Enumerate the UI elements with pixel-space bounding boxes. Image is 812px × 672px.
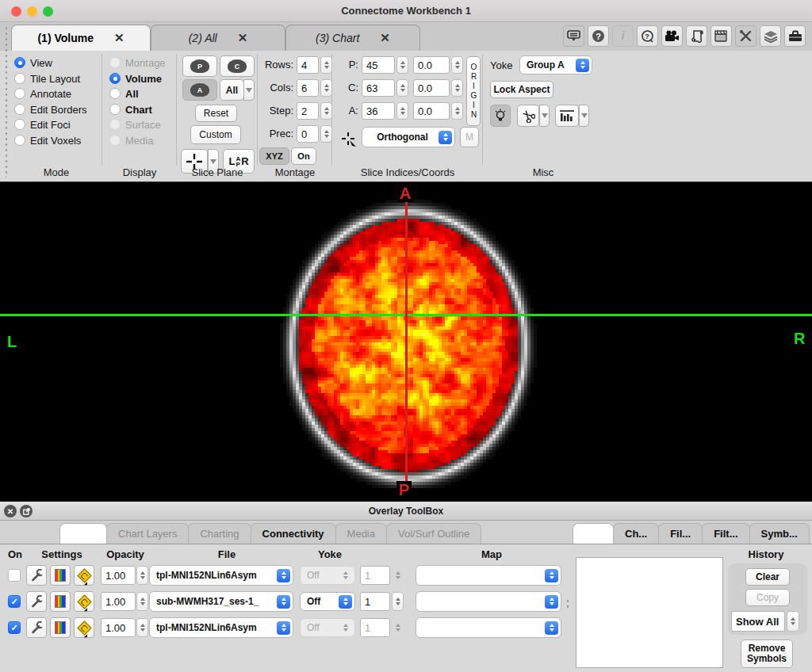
coords-p-index-stepper[interactable] [396,56,408,74]
history-show-combo[interactable]: Show All [731,611,785,632]
coords-a-coord[interactable]: 0.0 [413,102,450,120]
slice-plane-coronal-button[interactable]: C [220,55,255,77]
coords-c-index[interactable]: 63 [362,79,395,97]
layers-icon[interactable] [760,25,781,47]
identify-crosshair-button[interactable] [339,128,358,151]
montage-prec-stepper[interactable] [320,125,332,143]
projection-combo[interactable]: Orthogonal [362,127,455,147]
tab-volume[interactable]: (1) Volume ✕ [11,25,151,51]
layer-2-opacity-stepper[interactable] [136,592,148,611]
layer-2-construction-button[interactable] [74,591,94,612]
features-tab-ch[interactable]: Ch... [613,523,659,544]
annotation-icon[interactable] [563,25,584,47]
mode-edit-voxels-radio[interactable]: Edit Voxels [14,133,81,147]
toolbox-tab-chart-layers[interactable]: Chart Layers [106,523,189,544]
montage-step-value[interactable]: 2 [297,102,319,120]
layer-2-settings-button[interactable] [26,591,47,612]
layer-2-colorbar-button[interactable] [50,591,71,612]
toolbox-icon[interactable] [784,25,806,47]
m-button[interactable]: M [460,127,479,147]
slice-plane-axial-button[interactable]: A [182,79,217,101]
history-clear-button[interactable]: Clear [745,568,790,586]
montage-step-stepper[interactable] [320,102,332,120]
toolbox-tab-connectivity[interactable]: Connectivity [251,523,336,544]
toolbox-tab-volsurf-outline[interactable]: Vol/Surf Outline [386,523,481,544]
layer-3-opacity[interactable]: 1.00 [101,618,136,637]
layer-1-map-combo[interactable] [416,565,561,586]
montage-cols-stepper[interactable] [320,79,332,97]
layer-2-file-combo[interactable]: sub-MWMH317_ses-1_ [149,591,293,612]
toolbar-drag-handle[interactable] [5,25,8,178]
mode-annotate-radio[interactable]: Annotate [14,86,71,101]
coords-a-index[interactable]: 36 [362,102,395,120]
slice-plane-all-menu-button[interactable] [243,79,255,101]
coords-p-coord[interactable]: 0.0 [413,56,450,74]
layer-1-opacity-stepper[interactable] [136,566,148,585]
layer-3-opacity-stepper[interactable] [136,618,148,637]
display-chart-radio[interactable]: Chart [109,102,152,116]
identify-icon[interactable]: ? [637,25,658,47]
display-surface-radio[interactable]: Surface [109,117,161,132]
layer-2-enabled-checkbox[interactable] [8,595,21,608]
layer-3-map-index[interactable]: 1 [360,618,390,637]
remove-symbols-button[interactable]: Remove Symbols [741,640,793,668]
tab-chart[interactable]: (3) Chart ✕ [285,25,420,51]
lighting-button[interactable] [490,105,511,127]
coords-a-index-stepper[interactable] [396,102,408,120]
histogram-menu-button[interactable] [579,105,589,127]
coords-a-coord-stepper[interactable] [451,102,463,120]
montage-rows-value[interactable]: 4 [297,56,319,74]
toolbox-tab-layers[interactable] [59,523,107,544]
mode-edit-borders-radio[interactable]: Edit Borders [14,102,87,116]
layer-2-yoke-combo[interactable]: Off [300,592,355,611]
display-all-radio[interactable]: All [109,86,139,101]
layer-2-map-index[interactable]: 1 [360,592,390,611]
layer-1-file-combo[interactable]: tpl-MNI152NLin6Asym [149,565,293,586]
help-icon[interactable]: ? [588,25,609,47]
history-copy-button[interactable]: Copy [745,589,790,606]
layer-1-settings-button[interactable] [26,565,47,586]
toolbox-tab-charting[interactable]: Charting [188,523,251,544]
layer-3-enabled-checkbox[interactable] [8,621,21,634]
clipping-menu-button[interactable] [539,105,550,127]
coords-c-coord[interactable]: 0.0 [413,79,450,97]
clapperboard-icon[interactable] [710,25,732,47]
info-icon[interactable]: i [612,25,634,47]
tools-icon[interactable] [735,25,756,47]
volume-viewport[interactable]: A P L R [0,182,812,502]
scene-scroll-icon[interactable] [686,25,707,47]
display-montage-radio[interactable]: Montage [109,55,166,70]
layer-1-enabled-checkbox[interactable] [8,569,21,582]
montage-prec-value[interactable]: 0 [297,125,319,143]
history-show-stepper[interactable] [787,611,799,632]
montage-xyz-button[interactable]: XYZ [259,147,289,165]
slice-plane-parasagittal-button[interactable]: P [182,55,217,77]
features-tab-symb[interactable]: Symb... [749,523,810,544]
sagittal-crosshair-line[interactable] [405,198,408,485]
coords-c-coord-stepper[interactable] [451,79,463,97]
slice-plane-all-button[interactable]: All [220,79,244,101]
layer-3-map-combo[interactable] [416,617,561,638]
layer-1-yoke-combo[interactable]: Off [300,566,355,585]
montage-on-button[interactable]: On [291,147,316,165]
origin-button[interactable]: ORIGIN [466,56,481,126]
movie-camera-icon[interactable] [661,25,683,47]
lock-aspect-button[interactable]: Lock Aspect [490,81,553,98]
display-volume-radio[interactable]: Volume [109,71,162,86]
montage-cols-value[interactable]: 6 [297,79,319,97]
layer-2-map-combo[interactable] [416,591,561,612]
clipping-button[interactable] [517,105,539,127]
panel-splitter-handle[interactable] [566,598,569,609]
slice-plane-custom-button[interactable]: Custom [190,125,241,144]
layer-3-map-index-stepper[interactable] [392,618,404,637]
yoke-group-combo[interactable]: Group A [519,55,592,74]
layer-3-file-combo[interactable]: tpl-MNI152NLin6Asym [149,617,293,638]
layer-3-settings-button[interactable] [26,617,47,638]
layer-1-map-index[interactable]: 1 [360,566,390,585]
coords-p-coord-stepper[interactable] [451,56,463,74]
close-tab-icon[interactable]: ✕ [114,31,124,45]
close-tab-icon[interactable]: ✕ [238,31,248,45]
mode-view-radio[interactable]: View [14,55,52,70]
coords-p-index[interactable]: 45 [362,56,395,74]
layer-1-map-index-stepper[interactable] [392,566,404,585]
